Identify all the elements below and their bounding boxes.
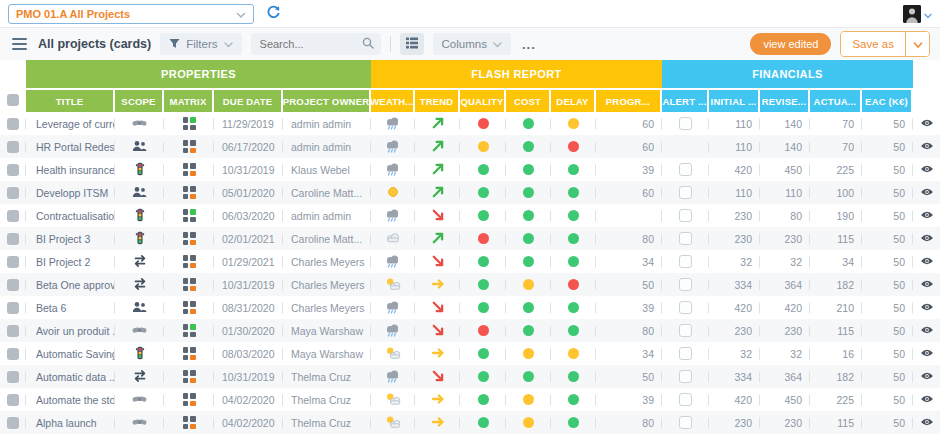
cell-quality <box>460 296 506 319</box>
search-box[interactable] <box>251 33 381 55</box>
row-select-checkbox[interactable] <box>7 187 19 199</box>
alert-checkbox[interactable] <box>679 393 692 406</box>
column-header-progress[interactable]: PROGR... <box>596 88 662 112</box>
cell-eye <box>913 342 940 365</box>
cost-status-dot <box>523 141 534 152</box>
alert-checkbox[interactable] <box>679 324 692 337</box>
alert-checkbox[interactable] <box>679 416 692 429</box>
cell-owner: Caroline Matt... <box>283 181 371 204</box>
row-select-checkbox[interactable] <box>7 302 19 314</box>
row-select-checkbox[interactable] <box>7 141 19 153</box>
column-header-due_date[interactable]: DUE DATE <box>214 88 283 112</box>
initial-value: 420 <box>734 164 752 176</box>
cell-cost <box>506 181 551 204</box>
alert-checkbox[interactable] <box>679 347 692 360</box>
alert-checkbox[interactable] <box>679 232 692 245</box>
alert-checkbox[interactable] <box>679 163 692 176</box>
eac-value: 50 <box>893 279 905 291</box>
project-title: BI Project 3 <box>26 233 90 245</box>
cell-delay <box>551 273 596 296</box>
alert-checkbox[interactable] <box>679 278 692 291</box>
cell-owner: admin admin <box>283 135 371 158</box>
cell-delay <box>551 411 596 434</box>
view-details-button[interactable] <box>920 254 934 269</box>
row-select-checkbox[interactable] <box>7 210 19 222</box>
column-header-quality[interactable]: QUALITY <box>460 88 506 112</box>
view-details-button[interactable] <box>920 116 934 131</box>
save-as-dropdown-button[interactable] <box>905 32 929 56</box>
cell-weather <box>371 388 415 411</box>
cell-quality <box>460 388 506 411</box>
table-view-button[interactable] <box>400 33 424 55</box>
row-select-checkbox[interactable] <box>7 279 19 291</box>
cell-trend <box>415 319 460 342</box>
alert-checkbox[interactable] <box>679 370 692 383</box>
column-header-initial[interactable]: INITIAL ... <box>709 88 760 112</box>
column-header-cost[interactable]: COST <box>506 88 551 112</box>
row-select-checkbox[interactable] <box>7 417 19 429</box>
search-input[interactable] <box>258 37 362 51</box>
view-details-button[interactable] <box>920 392 934 407</box>
view-details-button[interactable] <box>920 415 934 430</box>
alert-checkbox[interactable] <box>679 301 692 314</box>
row-select-checkbox[interactable] <box>7 348 19 360</box>
view-details-button[interactable] <box>920 346 934 361</box>
column-header-owner[interactable]: PROJECT OWNER <box>283 88 371 112</box>
cell-trend <box>415 296 460 319</box>
column-header-delay[interactable]: DELAY <box>551 88 596 112</box>
column-header-alert[interactable]: ALERT ... <box>662 88 709 112</box>
row-select-checkbox[interactable] <box>7 256 19 268</box>
refresh-button[interactable] <box>264 5 282 23</box>
view-details-button[interactable] <box>920 231 934 246</box>
view-details-button[interactable] <box>920 277 934 292</box>
cell-initial: 230 <box>709 204 760 227</box>
menu-icon[interactable] <box>10 36 29 52</box>
alert-checkbox[interactable] <box>679 117 692 130</box>
column-header-weather[interactable]: WEATH... <box>371 88 415 112</box>
top-bar: PMO 01.A All Projects <box>0 0 940 28</box>
alert-checkbox[interactable] <box>679 255 692 268</box>
alert-checkbox[interactable] <box>679 186 692 199</box>
project-owner: Charles Meyers <box>283 256 365 268</box>
view-details-button[interactable] <box>920 323 934 338</box>
view-details-button[interactable] <box>920 185 934 200</box>
row-select-checkbox[interactable] <box>7 233 19 245</box>
row-select-checkbox[interactable] <box>7 394 19 406</box>
row-select-checkbox[interactable] <box>7 325 19 337</box>
more-options-button[interactable]: ... <box>520 37 538 52</box>
view-edited-button[interactable]: view edited <box>750 33 831 55</box>
cell-title: Avoir un produit ... <box>26 319 115 342</box>
view-details-button[interactable] <box>920 208 934 223</box>
columns-button[interactable]: Columns <box>433 33 511 55</box>
cell-scope <box>115 365 164 388</box>
cell-trend <box>415 135 460 158</box>
column-header-actual[interactable]: ACTUA... <box>810 88 862 112</box>
cell-eac: 50 <box>862 112 913 135</box>
select-all-checkbox[interactable] <box>7 94 19 106</box>
alert-checkbox[interactable] <box>679 209 692 222</box>
row-select-checkbox[interactable] <box>7 118 19 130</box>
cell-owner: Thelma Cruz <box>283 411 371 434</box>
view-details-button[interactable] <box>920 139 934 154</box>
avatar[interactable] <box>903 5 921 23</box>
save-as-split-button: Save as <box>840 31 930 57</box>
view-details-button[interactable] <box>920 369 934 384</box>
save-as-button[interactable]: Save as <box>841 32 905 56</box>
table-row: Automate the sto...04/02/2020Thelma Cruz… <box>0 388 940 411</box>
column-header-title[interactable]: TITLE <box>26 88 115 112</box>
user-menu[interactable] <box>903 5 932 23</box>
row-select-checkbox[interactable] <box>7 164 19 176</box>
column-header-scope[interactable]: SCOPE <box>115 88 164 112</box>
column-header-matrix[interactable]: MATRIX <box>164 88 214 112</box>
quality-status-dot <box>478 233 489 244</box>
row-select-checkbox[interactable] <box>7 371 19 383</box>
column-header-eac[interactable]: EAC (K€) <box>862 88 913 112</box>
people-icon <box>132 301 147 315</box>
column-header-revised[interactable]: REVISE... <box>760 88 810 112</box>
view-details-button[interactable] <box>920 162 934 177</box>
column-header-trend[interactable]: TREND <box>415 88 460 112</box>
view-selector-dropdown[interactable]: PMO 01.A All Projects <box>8 4 254 24</box>
filters-button[interactable]: Filters <box>160 33 241 55</box>
cell-eac: 50 <box>862 342 913 365</box>
view-details-button[interactable] <box>920 300 934 315</box>
